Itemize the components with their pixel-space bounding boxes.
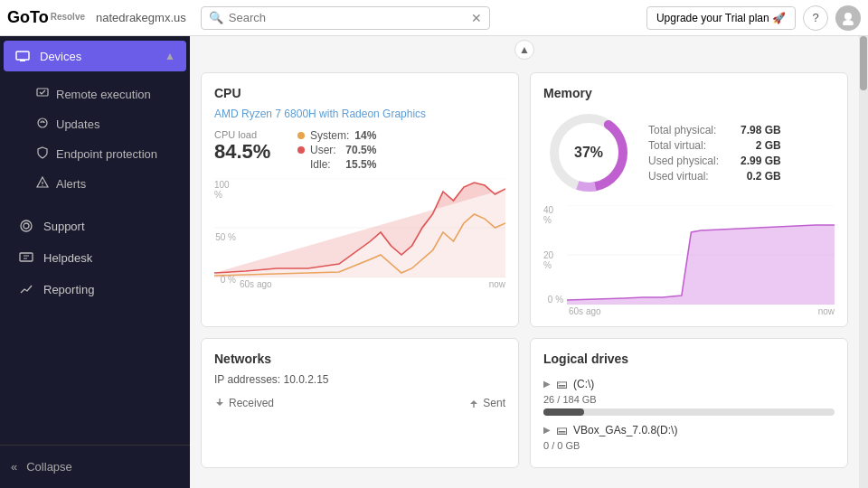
- cpu-main: CPU load 84.5% System: 14% User:: [214, 129, 505, 171]
- cpu-stat-idle: Idle: 15.5%: [297, 158, 376, 171]
- url-bar: natedrakegmx.us: [96, 11, 186, 24]
- memory-y-0: 0 %: [548, 295, 563, 305]
- svg-point-8: [21, 221, 32, 231]
- ip-value: 10.0.2.15: [284, 373, 329, 386]
- updates-icon: [36, 117, 49, 132]
- svg-rect-4: [37, 89, 48, 96]
- net-row: Received Sent: [214, 393, 505, 409]
- cpu-load-value: 84.5%: [214, 140, 287, 164]
- remote-execution-icon: [36, 87, 49, 102]
- memory-chart-svg: [567, 205, 835, 305]
- memory-info: Total physical: 7.98 GB Total virtual: 2…: [648, 124, 781, 183]
- cpu-load-section: CPU load 84.5%: [214, 129, 287, 164]
- cpu-stat-system: System: 14%: [297, 129, 376, 142]
- logical-drives-card: Logical drives ▶ 🖴 (C:\) 26 / 184 GB ▶ 🖴…: [530, 338, 848, 468]
- devices-chevron: ▲: [165, 50, 175, 62]
- drive-d-name: VBox_GAs_7.0.8(D:\): [573, 424, 677, 436]
- alerts-label: Alerts: [56, 177, 86, 191]
- avatar[interactable]: [835, 5, 861, 31]
- memory-x-end: now: [818, 306, 835, 316]
- memory-percent: 37%: [574, 145, 603, 161]
- sidebar-item-devices[interactable]: Devices ▲: [4, 41, 186, 71]
- cpu-title: CPU: [214, 86, 505, 100]
- content-inner: CPU AMD Ryzen 7 6800H with Radeon Graphi…: [190, 63, 859, 477]
- received-label: Received: [229, 397, 274, 409]
- sidebar-item-helpdesk[interactable]: Helpdesk: [7, 242, 183, 273]
- drive-row-c[interactable]: ▶ 🖴 (C:\): [543, 373, 835, 394]
- sidebar-item-updates[interactable]: Updates: [0, 109, 190, 139]
- used-virtual-label: Used virtual:: [648, 170, 709, 183]
- svg-point-7: [42, 185, 42, 186]
- memory-total-virtual: Total virtual: 2 GB: [648, 139, 781, 152]
- system-stat-name: System:: [310, 129, 349, 142]
- user-stat-name: User:: [310, 144, 340, 156]
- memory-used-virtual: Used virtual: 0.2 GB: [648, 170, 781, 183]
- cpu-stat-user: User: 70.5%: [297, 144, 376, 156]
- main-layout: Devices ▲ Remote execution Updates: [0, 36, 868, 488]
- cpu-y-axis: 100 % 50 % 0 %: [214, 178, 240, 286]
- sent-label-group: Sent: [468, 397, 505, 409]
- memory-card: Memory 37% Total physica: [530, 72, 848, 327]
- idle-stat-name: Idle:: [310, 158, 340, 171]
- right-scrollbar[interactable]: [859, 36, 868, 488]
- collapse-button[interactable]: « Collapse: [0, 453, 190, 481]
- ip-label: IP addresses:: [214, 373, 280, 386]
- upgrade-button[interactable]: Upgrade your Trial plan 🚀: [646, 6, 796, 30]
- drive-c-icon: 🖴: [556, 377, 568, 390]
- drive-d-chevron: ▶: [543, 425, 551, 435]
- drive-c-progress: [543, 408, 835, 416]
- cpu-chart-inner: 100 % 50 % 0 %: [214, 178, 505, 277]
- drive-d-size: 0 / 0 GB: [543, 440, 835, 451]
- memory-top: 37% Total physical: 7.98 GB Total virtua…: [543, 108, 835, 198]
- support-icon: [18, 218, 34, 234]
- help-button[interactable]: ?: [803, 5, 828, 31]
- remote-execution-label: Remote execution: [56, 88, 151, 101]
- search-clear-icon[interactable]: ✕: [471, 11, 482, 25]
- svg-point-0: [844, 13, 852, 20]
- drive-c-fill: [543, 408, 584, 416]
- sidebar: Devices ▲ Remote execution Updates: [0, 36, 190, 488]
- updates-label: Updates: [56, 117, 99, 131]
- user-stat-val: 70.5%: [345, 144, 376, 156]
- total-virtual-value: 2 GB: [756, 139, 781, 152]
- user-dot: [297, 146, 305, 154]
- topbar-right: Upgrade your Trial plan 🚀 ?: [646, 5, 861, 31]
- topbar: GoTo Resolve natedrakegmx.us 🔍 ✕ Upgrade…: [0, 0, 868, 36]
- cpu-y-50: 50 %: [215, 232, 236, 242]
- search-bar: 🔍 ✕: [201, 6, 490, 30]
- sidebar-item-reporting[interactable]: Reporting: [7, 274, 183, 305]
- cpu-chart: 100 % 50 % 0 %: [214, 178, 505, 286]
- cpu-subtitle: AMD Ryzen 7 6800H with Radeon Graphics: [214, 108, 505, 120]
- sidebar-item-endpoint-protection[interactable]: Endpoint protection: [0, 139, 190, 169]
- helpdesk-label: Helpdesk: [43, 251, 172, 265]
- memory-chart-inner: 40 % 20 % 0 %: [543, 205, 835, 305]
- memory-donut: 37%: [543, 108, 634, 198]
- svg-rect-10: [20, 253, 33, 261]
- search-input[interactable]: [229, 11, 471, 24]
- idle-stat-val: 15.5%: [345, 158, 376, 171]
- collapse-chevron-icon: «: [11, 460, 17, 474]
- content-area: ▲ CPU AMD Ryzen 7 6800H with Radeon Grap…: [190, 36, 859, 488]
- collapse-label: Collapse: [26, 460, 72, 474]
- networks-card: Networks IP addresses: 10.0.2.15 Receive…: [201, 338, 519, 468]
- memory-used-physical: Used physical: 2.99 GB: [648, 155, 781, 167]
- memory-total-physical: Total physical: 7.98 GB: [648, 124, 781, 136]
- sidebar-item-remote-execution[interactable]: Remote execution: [0, 80, 190, 109]
- networks-title: Networks: [214, 352, 505, 366]
- reporting-label: Reporting: [43, 283, 172, 296]
- drive-d-icon: 🖴: [556, 423, 568, 436]
- drive-row-d[interactable]: ▶ 🖴 VBox_GAs_7.0.8(D:\): [543, 419, 835, 440]
- collapse-arrow-button[interactable]: ▲: [514, 40, 534, 60]
- sidebar-item-support[interactable]: Support: [7, 211, 183, 241]
- cpu-x-start: 60s ago: [240, 279, 272, 289]
- svg-rect-3: [20, 60, 25, 61]
- sent-label: Sent: [483, 397, 505, 409]
- drive-c-chevron: ▶: [543, 379, 551, 389]
- used-virtual-value: 0.2 GB: [747, 170, 781, 183]
- collapse-arrow-section: ▲: [190, 36, 859, 63]
- used-physical-value: 2.99 GB: [741, 155, 781, 167]
- support-label: Support: [43, 220, 172, 233]
- cpu-card: CPU AMD Ryzen 7 6800H with Radeon Graphi…: [201, 72, 519, 327]
- logo: GoTo Resolve: [7, 8, 85, 27]
- sidebar-item-alerts[interactable]: Alerts: [0, 169, 190, 199]
